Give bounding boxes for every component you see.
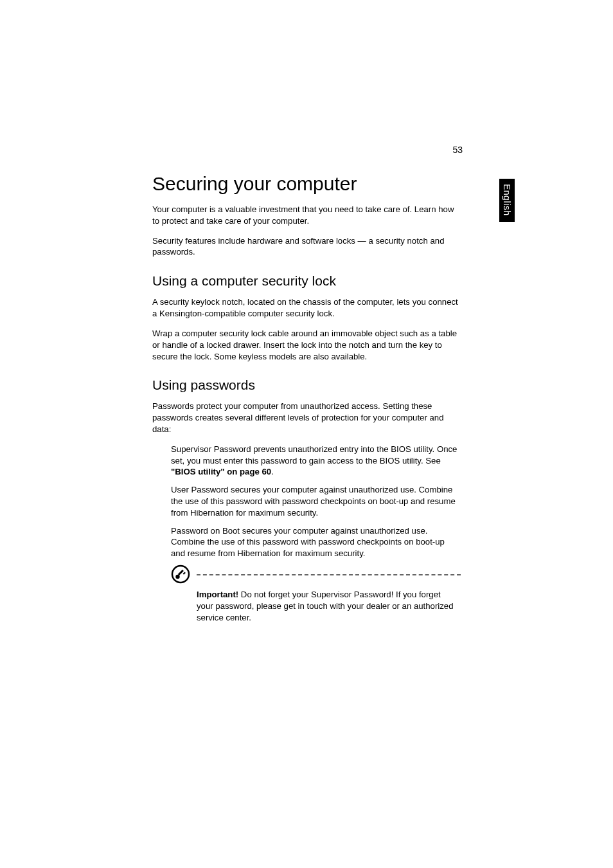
important-label: Important! — [197, 590, 238, 599]
language-tab: English — [499, 179, 515, 222]
intro-paragraph-1: Your computer is a valuable investment t… — [152, 204, 461, 227]
supervisor-text-post: . — [271, 467, 274, 476]
supervisor-text-pre: Supervisor Password prevents unauthorize… — [171, 444, 457, 466]
supervisor-password-item: Supervisor Password prevents unauthorize… — [171, 444, 461, 478]
bios-utility-reference: "BIOS utility" on page 60 — [171, 467, 271, 476]
passwords-intro: Passwords protect your computer from una… — [152, 401, 461, 435]
note-separator — [197, 574, 461, 575]
important-note: Important! Do not forget your Supervisor… — [197, 589, 454, 623]
security-lock-paragraph-2: Wrap a computer security lock cable arou… — [152, 328, 461, 362]
svg-rect-2 — [178, 570, 184, 575]
key-note-icon — [171, 565, 190, 584]
note-header-row — [171, 566, 461, 584]
user-password-item: User Password secures your computer agai… — [171, 484, 461, 518]
password-list: Supervisor Password prevents unauthorize… — [171, 444, 461, 559]
section-heading-security-lock: Using a computer security lock — [152, 273, 461, 289]
page-content: Securing your computer Your computer is … — [152, 146, 461, 624]
svg-rect-3 — [183, 572, 186, 575]
boot-password-item: Password on Boot secures your computer a… — [171, 525, 461, 559]
security-lock-paragraph-1: A security keylock notch, located on the… — [152, 296, 461, 320]
section-heading-passwords: Using passwords — [152, 377, 461, 393]
intro-paragraph-2: Security features include hardware and s… — [152, 235, 461, 258]
page-title: Securing your computer — [152, 173, 461, 195]
